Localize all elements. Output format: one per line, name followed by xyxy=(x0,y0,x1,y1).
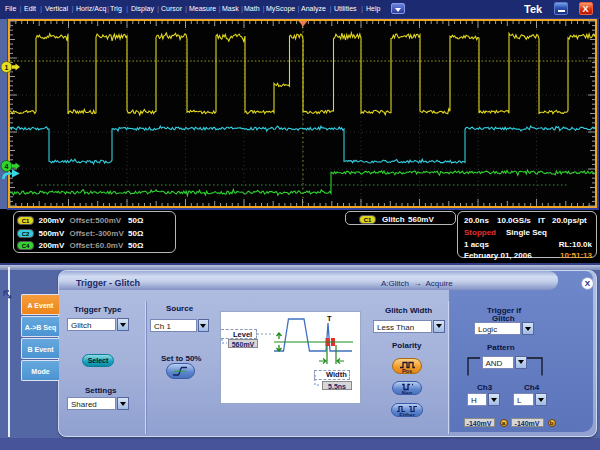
svg-text:T: T xyxy=(327,314,332,323)
svg-text:1: 1 xyxy=(5,64,9,71)
svg-text:4: 4 xyxy=(5,163,9,170)
